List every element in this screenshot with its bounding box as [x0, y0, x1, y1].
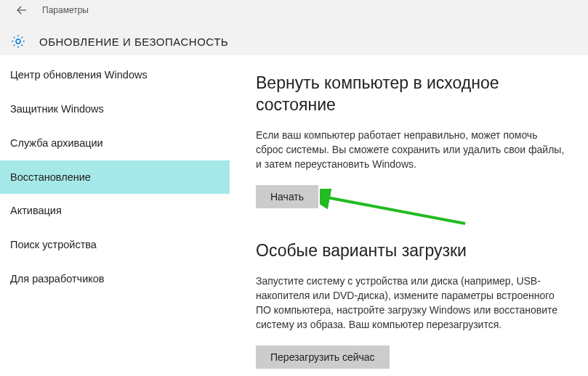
sidebar-item-recovery[interactable]: Восстановление — [0, 160, 230, 195]
category-title: ОБНОВЛЕНИЕ И БЕЗОПАСНОСТЬ — [39, 36, 228, 48]
topbar: Параметры — [0, 0, 588, 20]
section-reset: Вернуть компьютер в исходное состояние Е… — [256, 73, 566, 208]
gear-icon — [10, 33, 26, 49]
advanced-title: Особые варианты загрузки — [256, 240, 566, 262]
back-icon[interactable] — [13, 1, 31, 19]
sidebar-item-windows-update[interactable]: Центр обновления Windows — [0, 58, 230, 92]
sidebar-item-defender[interactable]: Защитник Windows — [0, 92, 230, 126]
app-title: Параметры — [42, 5, 89, 15]
section-advanced-startup: Особые варианты загрузки Запустите систе… — [256, 240, 566, 369]
advanced-desc: Запустите систему с устройства или диска… — [256, 274, 566, 332]
reset-desc: Если ваш компьютер работает неправильно,… — [256, 128, 566, 172]
restart-now-button[interactable]: Перезагрузить сейчас — [256, 346, 390, 369]
reset-start-button[interactable]: Начать — [256, 185, 318, 208]
main-panel: Вернуть компьютер в исходное состояние Е… — [230, 55, 588, 376]
sidebar-item-activation[interactable]: Активация — [0, 194, 230, 228]
sidebar: Центр обновления Windows Защитник Window… — [0, 55, 230, 376]
sidebar-item-developers[interactable]: Для разработчиков — [0, 262, 230, 296]
sidebar-item-find-device[interactable]: Поиск устройства — [0, 228, 230, 262]
content: Центр обновления Windows Защитник Window… — [0, 55, 588, 376]
sidebar-item-backup[interactable]: Служба архивации — [0, 126, 230, 160]
reset-title: Вернуть компьютер в исходное состояние — [256, 73, 566, 116]
svg-point-1 — [16, 39, 20, 44]
header: Параметры ОБНОВЛЕНИЕ И БЕЗОПАСНОСТЬ — [0, 0, 588, 55]
category-row: ОБНОВЛЕНИЕ И БЕЗОПАСНОСТЬ — [0, 33, 588, 49]
